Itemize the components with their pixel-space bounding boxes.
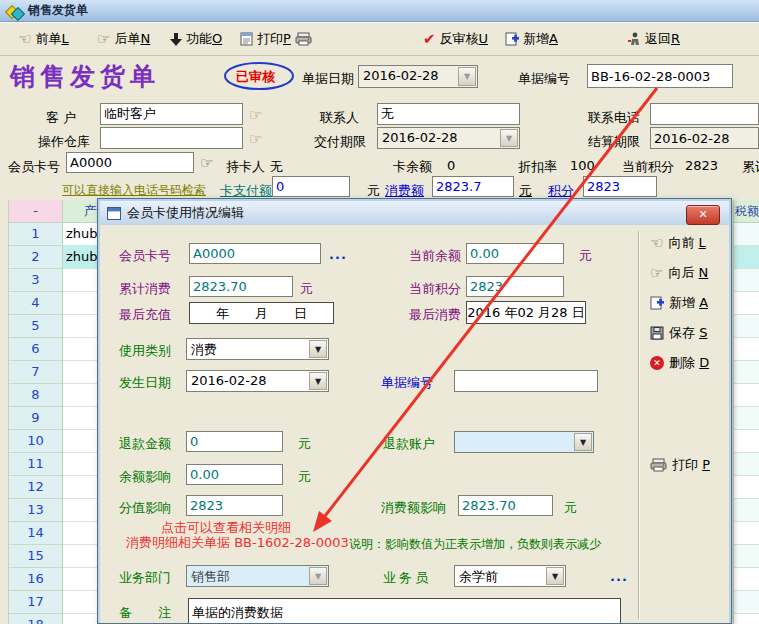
row-number-cell[interactable]: 13 — [9, 499, 63, 522]
row-number-cell[interactable]: 1 — [9, 223, 63, 246]
prev-doc-button[interactable]: ☜ 前单L — [18, 29, 69, 49]
dlg-next-button[interactable]: ☞ 向后 N — [650, 263, 708, 283]
chevron-down-icon[interactable]: ▼ — [546, 567, 564, 585]
row-number-cell[interactable]: 3 — [9, 269, 63, 292]
chevron-down-icon[interactable]: ▼ — [309, 567, 327, 585]
row-number-cell[interactable]: 12 — [9, 476, 63, 499]
print-button[interactable]: 打印P — [240, 29, 291, 49]
tax-cell[interactable] — [734, 499, 759, 522]
dlg-prev-button[interactable]: ☜ 向前 L — [650, 233, 706, 253]
dlg-docno-input[interactable] — [454, 370, 598, 392]
row-number-cell[interactable]: 15 — [9, 545, 63, 568]
clerk-more-button[interactable]: ... — [610, 569, 628, 584]
holder-hand-icon[interactable]: ☞ — [200, 154, 213, 172]
close-button[interactable]: ✕ — [686, 205, 720, 225]
add-new-button[interactable]: 新增A — [505, 29, 558, 49]
tax-cell[interactable] — [734, 568, 759, 591]
dlg-date-combobox[interactable]: 2016-02-28 ▼ — [186, 370, 329, 392]
tax-cell[interactable] — [734, 246, 759, 269]
chevron-down-icon[interactable]: ▼ — [458, 67, 476, 86]
row-number-cell[interactable]: 11 — [9, 453, 63, 476]
chevron-down-icon[interactable]: ▼ — [574, 433, 592, 451]
dialog-titlebar[interactable]: 会员卡使用情况编辑 ✕ — [100, 201, 729, 226]
tax-cell[interactable] — [734, 292, 759, 315]
dlg-print-button[interactable]: 打印 P — [650, 455, 710, 475]
tax-cell[interactable] — [734, 315, 759, 338]
contact-input[interactable] — [377, 103, 520, 125]
dlg-consume-eff-input[interactable] — [458, 495, 553, 516]
row-number-cell[interactable]: 6 — [9, 338, 63, 361]
tax-cell[interactable] — [734, 453, 759, 476]
tax-cell[interactable] — [734, 361, 759, 384]
row-number-cell[interactable]: 8 — [9, 384, 63, 407]
dlg-refund-input[interactable] — [186, 431, 283, 452]
row-number-cell[interactable]: 16 — [9, 568, 63, 591]
settle-input[interactable] — [650, 127, 759, 149]
doc-date-combobox[interactable]: 2016-02-28 ▼ — [358, 65, 478, 88]
dlg-clerk-combobox[interactable]: 余学前 ▼ — [454, 565, 566, 587]
chevron-down-icon[interactable]: ▼ — [309, 340, 327, 358]
tax-cell[interactable] — [734, 338, 759, 361]
tax-cell[interactable] — [734, 223, 759, 246]
doc-no-input[interactable] — [587, 64, 733, 88]
tax-cell[interactable] — [734, 545, 759, 568]
tax-cell[interactable] — [734, 269, 759, 292]
row-number-cell[interactable]: 4 — [9, 292, 63, 315]
printer-quick-button[interactable] — [295, 29, 312, 49]
warehouse-input[interactable] — [100, 127, 243, 149]
chevron-down-icon[interactable]: ▼ — [309, 372, 327, 390]
card-more-button[interactable]: ... — [329, 247, 347, 262]
member-card-input[interactable] — [66, 152, 194, 173]
row-number-cell[interactable]: 2 — [9, 246, 63, 269]
dlg-last-consume-box[interactable]: 2016 年02 月28 日 — [466, 301, 586, 324]
tax-cell[interactable] — [734, 614, 759, 624]
dlg-memo-input[interactable] — [188, 598, 621, 623]
dlg-points-eff-input[interactable] — [186, 495, 283, 516]
card-pay-input[interactable] — [272, 176, 350, 197]
dlg-refund-acct-combobox[interactable]: ▼ — [454, 431, 594, 453]
window-titlebar[interactable]: 销售发货单 — [0, 0, 759, 22]
tax-cell[interactable] — [734, 384, 759, 407]
tax-cell[interactable] — [734, 476, 759, 499]
dlg-cur-points-input[interactable] — [466, 276, 564, 297]
dlg-add-button[interactable]: 新增 A — [650, 293, 708, 313]
dlg-accum-input[interactable] — [189, 276, 293, 297]
unaudit-button[interactable]: ✔ 反审核U — [423, 29, 488, 49]
grid-index-header[interactable]: - — [9, 200, 63, 223]
dlg-last-charge-box[interactable]: 年 月 日 — [189, 302, 334, 324]
lookup-hand-icon[interactable]: ☞ — [249, 106, 262, 124]
dlg-dept-combobox[interactable]: 销售部 ▼ — [186, 565, 329, 587]
row-number-cell[interactable]: 14 — [9, 522, 63, 545]
chevron-down-icon[interactable]: ▼ — [500, 129, 518, 147]
dlg-save-button[interactable]: 保存 S — [650, 323, 707, 343]
row-number-cell[interactable]: 10 — [9, 430, 63, 453]
dlg-cur-points-label: 当前积分 — [409, 280, 461, 298]
dlg-balance-eff-input[interactable] — [186, 464, 283, 485]
row-number-cell[interactable]: 5 — [9, 315, 63, 338]
dlg-type-combobox[interactable]: 消费 ▼ — [186, 338, 329, 360]
dlg-cur-balance-input[interactable] — [466, 243, 564, 264]
row-number-cell[interactable]: 17 — [9, 591, 63, 614]
tax-cell[interactable] — [734, 522, 759, 545]
return-button[interactable]: 返回R — [628, 29, 680, 49]
consume-input[interactable] — [432, 176, 514, 197]
phone-input[interactable] — [650, 103, 759, 125]
dlg-refund-label: 退款金额 — [119, 435, 171, 453]
row-number-cell[interactable]: 7 — [9, 361, 63, 384]
customer-input[interactable] — [100, 103, 243, 125]
related-doc-link[interactable]: 消费明细相关单据 BB-1602-28-0003 — [126, 534, 349, 552]
tax-cell[interactable] — [734, 407, 759, 430]
grid-tax-header[interactable]: 税额 — [734, 200, 759, 223]
row-number-cell[interactable]: 9 — [9, 407, 63, 430]
dlg-card-input[interactable] — [189, 243, 321, 264]
row-number-cell[interactable]: 18 — [9, 614, 63, 624]
dlg-delete-button[interactable]: ✕ 删除 D — [650, 353, 709, 373]
score-input[interactable] — [583, 176, 657, 197]
delivery-combobox[interactable]: 2016-02-28 ▼ — [377, 127, 520, 149]
return-label: 返回R — [645, 30, 680, 48]
tax-cell[interactable] — [734, 430, 759, 453]
tax-cell[interactable] — [734, 591, 759, 614]
next-doc-button[interactable]: ☞ 后单N — [97, 29, 150, 49]
functions-button[interactable]: 功能O — [170, 29, 222, 49]
lookup-hand-icon[interactable]: ☞ — [249, 130, 262, 148]
